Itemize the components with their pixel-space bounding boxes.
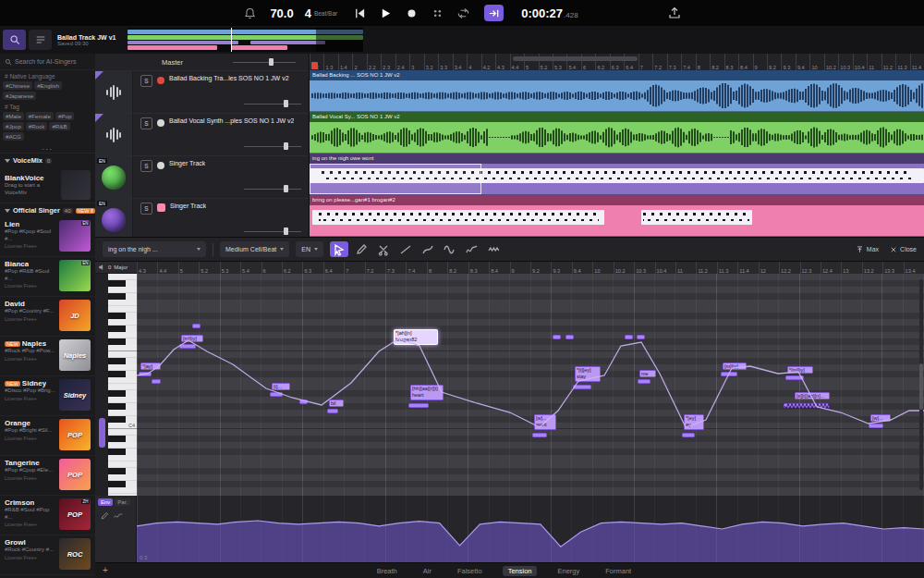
piano-key[interactable] (108, 345, 137, 351)
singer-card[interactable]: Crimson#R&B #Soul #Pop #...License Free+… (0, 496, 95, 535)
play-icon[interactable] (377, 5, 394, 21)
grid-icon[interactable] (429, 5, 445, 21)
piano-key[interactable] (108, 358, 126, 364)
note-block[interactable]: *[ey]ay (684, 414, 704, 430)
add-parameter-button[interactable]: + (103, 566, 108, 575)
piano-key[interactable] (108, 461, 137, 468)
singer-card[interactable]: Bianca#Pop #R&B #Soul #...License Free+E… (0, 257, 95, 297)
piano-key[interactable] (108, 487, 137, 494)
piano-key[interactable] (108, 442, 137, 449)
note-block[interactable] (192, 324, 201, 328)
filter-tag[interactable]: #Female (26, 112, 54, 120)
note-block[interactable] (625, 335, 633, 339)
pencil-tool-icon[interactable] (100, 511, 109, 521)
pitch-anchor-tool[interactable] (419, 241, 437, 257)
note-block[interactable]: [w]... (870, 414, 891, 422)
piano-key[interactable] (108, 390, 126, 397)
note-block[interactable] (179, 344, 196, 349)
piano-key[interactable] (108, 377, 137, 384)
par-mode-button[interactable]: Par. (115, 498, 130, 506)
key-scale-box[interactable]: 0 Major (95, 262, 137, 274)
track-row[interactable]: ENSSinger Track (95, 156, 309, 199)
piano-key[interactable] (108, 280, 126, 287)
piano-key[interactable] (108, 468, 126, 474)
note-block[interactable]: [s][t][ah][n]... (795, 392, 830, 400)
pitch-line-tool[interactable] (396, 241, 415, 257)
note-block[interactable]: [m][iy] (723, 363, 747, 370)
note-block[interactable] (784, 403, 830, 408)
piano-key[interactable] (108, 455, 137, 461)
piano-key[interactable] (108, 306, 137, 313)
tension-parameter-chart[interactable]: 0.3 (137, 496, 924, 562)
piano-key[interactable] (108, 371, 126, 377)
singer-card[interactable]: NEWSidney#Disco #Pop #Brig...License Fre… (0, 376, 95, 416)
note-block[interactable] (573, 385, 591, 389)
filter-tag[interactable]: #Chinese (3, 81, 32, 90)
track-row[interactable]: ENSSinger Track (95, 199, 309, 241)
master-track-row[interactable]: Master (95, 54, 309, 71)
piano-key[interactable] (108, 384, 137, 390)
filter-tag[interactable]: #Rock (26, 122, 48, 130)
piano-key[interactable] (108, 319, 137, 326)
filter-tag[interactable]: #English (34, 81, 62, 90)
note-block[interactable] (565, 335, 574, 339)
track-list-button[interactable] (29, 30, 52, 50)
timeline-lane[interactable]: Ballad Backing ... SOS NO 1 JW v2 (310, 70, 924, 112)
solo-button[interactable]: S (140, 203, 152, 215)
note-block[interactable]: me (639, 370, 656, 377)
note-block[interactable]: *[m][iy] (787, 366, 813, 374)
piano-key[interactable]: C4 (108, 423, 137, 429)
singer-card[interactable]: Orange#Pop #Bright #Sil...License Free+P… (0, 416, 95, 456)
loop-marker[interactable] (311, 62, 318, 69)
note-block[interactable] (637, 335, 645, 339)
env-mode-button[interactable]: Env (98, 498, 113, 506)
filter-tag[interactable]: #Pop (55, 112, 74, 120)
track-row[interactable]: SBallad Backing Tra...les SOS NO 1 JW v2 (95, 71, 309, 114)
pointer-tool[interactable] (330, 241, 348, 257)
notifications-bell-icon[interactable] (241, 5, 258, 21)
timeline-lane[interactable]: Ballad Vocal Sy... SOS NO 1 JW v2 (310, 112, 924, 154)
note-block[interactable]: *[ay] (140, 363, 161, 370)
curve-tool-icon[interactable] (114, 511, 123, 521)
note-block[interactable] (553, 335, 561, 339)
note-block[interactable] (327, 409, 338, 413)
param-tab-falsetto[interactable]: Falsetto (452, 566, 488, 576)
ai-search-button[interactable] (3, 30, 26, 50)
piano-key[interactable] (108, 416, 126, 423)
segment-selector[interactable]: ing on the nigh ... (103, 241, 206, 257)
filter-tag[interactable]: #Jpop (3, 122, 24, 130)
piano-key[interactable] (108, 403, 126, 410)
record-icon[interactable] (403, 5, 419, 21)
note-block[interactable]: [t]... (272, 383, 290, 390)
filter-tag[interactable]: #R&B (49, 122, 69, 130)
piano-key[interactable] (108, 436, 126, 442)
piano-key[interactable] (108, 274, 137, 280)
piano-key[interactable] (108, 397, 137, 403)
track-volume-slider[interactable] (244, 227, 301, 236)
vertical-scrollbar[interactable] (919, 279, 923, 490)
note-block[interactable] (152, 379, 161, 384)
pitch-freehand-tool[interactable] (463, 241, 481, 257)
piano-key[interactable] (108, 351, 137, 358)
piano-key[interactable] (108, 332, 137, 338)
param-tab-tension[interactable]: Tension (503, 566, 538, 576)
note-block[interactable] (869, 424, 883, 428)
note-grid[interactable]: *[ay][m][iy][t]...bil*[ah][n]brogan82[hh… (137, 274, 924, 496)
param-tab-formant[interactable]: Formant (600, 566, 637, 576)
language-selector[interactable]: EN (296, 241, 323, 257)
note-block[interactable]: [w]...want (534, 414, 556, 430)
pencil-tool[interactable] (352, 241, 371, 257)
maximize-editor-button[interactable]: Max (856, 245, 879, 253)
singer-search-input[interactable]: Search for AI-Singers (0, 54, 95, 70)
param-tab-air[interactable]: Air (418, 566, 437, 576)
filter-tag[interactable]: #Japanese (3, 92, 36, 100)
region-marker[interactable] (99, 418, 105, 448)
project-info[interactable]: Ballad Track JW v1 Saved 09:30 (57, 34, 124, 46)
piano-key[interactable] (108, 410, 137, 416)
piano-key[interactable] (108, 364, 137, 371)
pitch-wave-tool[interactable] (485, 241, 504, 257)
piano-roll-ruler[interactable]: 4.34.455.25.35.466.26.36.477.27.37.488.2… (137, 262, 924, 275)
note-block[interactable]: [hh][aa][r][t]heart (410, 385, 444, 400)
loop-icon[interactable] (455, 5, 471, 21)
solo-button[interactable]: S (140, 160, 152, 172)
